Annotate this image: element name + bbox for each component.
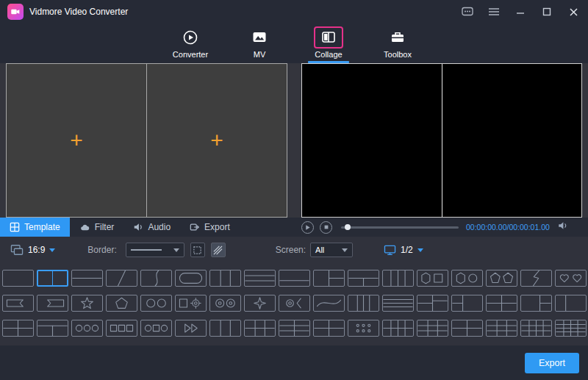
template-split-v3[interactable] xyxy=(209,270,241,287)
export-arrow-icon xyxy=(190,222,200,232)
tab-collage[interactable]: Collage xyxy=(305,26,352,63)
tab-toolbox[interactable]: Toolbox xyxy=(374,26,421,63)
template-stripes-horizontal[interactable] xyxy=(382,295,414,312)
stop-button[interactable] xyxy=(320,221,332,234)
template-split-v2[interactable] xyxy=(37,270,68,287)
template-grid-3x3-b[interactable] xyxy=(486,320,517,337)
tab-export[interactable]: Export xyxy=(180,218,240,237)
template-page-selector[interactable]: 1/2 xyxy=(384,245,423,256)
tab-converter[interactable]: Converter xyxy=(167,26,214,63)
tab-label: MV xyxy=(254,50,266,59)
border-style-dropdown[interactable] xyxy=(126,243,184,257)
template-banner-right[interactable] xyxy=(37,295,68,312)
tab-label: Toolbox xyxy=(384,50,412,59)
export-button[interactable]: Export xyxy=(525,353,579,373)
tab-template[interactable]: Template xyxy=(0,218,70,237)
border-label: Border: xyxy=(87,245,116,255)
menu-icon[interactable] xyxy=(487,4,501,19)
template-grid-2x2-d[interactable] xyxy=(451,320,483,337)
border-dashed-button[interactable] xyxy=(190,243,205,257)
play-circle-icon xyxy=(176,26,205,49)
template-split-h2-low[interactable] xyxy=(279,270,310,287)
template-split-diagonal[interactable] xyxy=(106,270,137,287)
collage-slot-2[interactable]: + xyxy=(146,64,287,217)
template-top-h-bottom-v[interactable] xyxy=(37,320,68,337)
close-button[interactable] xyxy=(566,4,581,19)
template-grid-4x3[interactable] xyxy=(520,320,552,337)
template-hexagon-square[interactable] xyxy=(417,270,448,287)
template-top-large-bottom-split[interactable] xyxy=(348,270,379,287)
tab-label: Collage xyxy=(315,50,342,59)
template-grid-2x3[interactable] xyxy=(279,320,310,337)
template-grid-2x1[interactable] xyxy=(555,295,587,312)
add-plus-icon: + xyxy=(210,129,223,151)
minimize-button[interactable] xyxy=(513,4,528,19)
template-squares-trio[interactable] xyxy=(106,320,137,337)
template-circle-square-circle[interactable] xyxy=(140,320,172,337)
tab-audio[interactable]: Audio xyxy=(123,218,180,237)
template-grid-2x2-split[interactable] xyxy=(417,295,448,312)
chevron-down-icon xyxy=(173,248,179,252)
tab-mv[interactable]: MV xyxy=(236,26,283,63)
tab-filter[interactable]: Filter xyxy=(70,218,124,237)
template-grid-3x2[interactable] xyxy=(244,320,276,337)
template-split-h2[interactable] xyxy=(71,270,103,287)
template-left-large-right-split[interactable] xyxy=(313,270,345,287)
template-grid-3x3[interactable] xyxy=(417,320,448,337)
template-grid-2x2[interactable] xyxy=(2,320,34,337)
template-hexagon-circle[interactable] xyxy=(451,270,483,287)
chevron-down-icon xyxy=(417,248,423,252)
video-preview xyxy=(301,63,582,218)
aspect-ratio-dropdown[interactable]: 16:9 xyxy=(10,244,55,256)
screen-dropdown[interactable]: All xyxy=(310,243,353,257)
toolbox-icon xyxy=(383,26,412,49)
template-inset-rounded[interactable] xyxy=(175,270,207,287)
play-button[interactable] xyxy=(301,221,314,234)
template-grid-2x2-c[interactable] xyxy=(313,320,345,337)
template-wave-swoosh[interactable] xyxy=(313,295,345,312)
template-lightning-split[interactable] xyxy=(520,270,552,287)
tab-label: Converter xyxy=(173,50,208,59)
volume-icon[interactable] xyxy=(557,221,568,234)
template-split-curve[interactable] xyxy=(140,270,172,287)
template-blank[interactable] xyxy=(2,270,34,287)
template-star[interactable] xyxy=(71,295,103,312)
add-plus-icon: + xyxy=(70,129,83,151)
template-gear-bracket[interactable] xyxy=(279,295,310,312)
template-grid-4x2[interactable] xyxy=(382,320,414,337)
template-stripes-vertical[interactable] xyxy=(348,295,379,312)
app-logo-icon xyxy=(7,4,24,20)
template-split-h3[interactable] xyxy=(244,270,276,287)
template-left-large-right-h2[interactable] xyxy=(520,295,552,312)
template-split-v4[interactable] xyxy=(382,270,414,287)
tab-label: Template xyxy=(24,222,60,232)
picture-icon xyxy=(245,26,274,49)
template-split-v3-b[interactable] xyxy=(209,320,241,337)
collage-slot-1[interactable]: + xyxy=(7,64,146,217)
template-sparkle[interactable] xyxy=(244,295,276,312)
template-banner-left[interactable] xyxy=(2,295,34,312)
template-circles-pair[interactable] xyxy=(140,295,172,312)
tab-label: Export xyxy=(204,222,230,232)
seek-slider[interactable] xyxy=(341,226,459,229)
template-grid-4x4[interactable] xyxy=(555,320,587,337)
feedback-icon[interactable] xyxy=(460,4,475,19)
maximize-button[interactable] xyxy=(539,4,554,19)
template-hearts-pair[interactable] xyxy=(555,270,587,287)
template-circles-trio[interactable] xyxy=(71,320,103,337)
template-gear-square[interactable] xyxy=(175,295,207,312)
template-left-v2-right-large[interactable] xyxy=(451,295,483,312)
border-hatch-button[interactable] xyxy=(211,243,226,257)
seek-knob[interactable] xyxy=(345,224,351,230)
template-cross-2x2[interactable] xyxy=(486,295,517,312)
template-pentagon[interactable] xyxy=(106,295,137,312)
player-controls: 00:00:00.00/00:00:01.00 xyxy=(301,218,585,237)
template-dots-grid[interactable] xyxy=(348,320,379,337)
collage-editor: + + xyxy=(6,63,287,218)
template-fast-forward[interactable] xyxy=(175,320,207,337)
speaker-icon xyxy=(133,222,143,232)
template-circles-pair-b[interactable] xyxy=(209,295,241,312)
window-title: Vidmore Video Converter xyxy=(29,7,128,17)
collage-grid-icon xyxy=(314,26,343,49)
template-pentagon-pair[interactable] xyxy=(486,270,517,287)
